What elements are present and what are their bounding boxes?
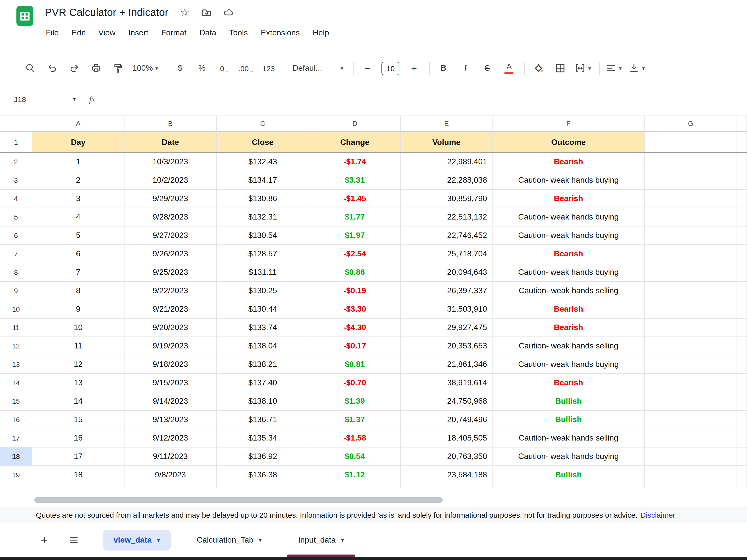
increase-decimal-button[interactable]: .00 (238, 60, 254, 77)
header-cell-empty[interactable] (737, 132, 747, 153)
column-header-E[interactable]: E (401, 115, 492, 132)
menu-file[interactable]: File (46, 28, 59, 37)
cell-outcome[interactable]: Caution- weak hands buying (492, 448, 645, 466)
cell-date[interactable]: 9/13/2023 (125, 411, 216, 429)
print-button[interactable] (88, 60, 104, 77)
row-header-11[interactable]: 11 (0, 319, 32, 337)
cell-date[interactable]: 10/3/2023 (125, 153, 216, 171)
cell-outcome[interactable]: Bullish (492, 411, 645, 429)
vertical-align-button[interactable] (629, 60, 645, 77)
add-sheet-button[interactable] (38, 534, 51, 546)
cell-date[interactable]: 9/26/2023 (125, 245, 216, 263)
row-header-partial[interactable] (0, 484, 32, 488)
cell-outcome[interactable]: Bullish (492, 466, 645, 484)
cell-close[interactable]: $134.17 (216, 171, 309, 190)
cell-close[interactable]: $130.54 (216, 226, 309, 245)
cell-change[interactable]: $0.81 (309, 355, 401, 374)
row-header-10[interactable]: 10 (0, 300, 32, 319)
cell-outcome[interactable]: Bearish (492, 319, 645, 337)
cell-empty[interactable] (737, 208, 747, 226)
cell-outcome[interactable]: Bullish (492, 392, 645, 411)
move-to-folder-icon[interactable] (201, 7, 212, 18)
cell-empty[interactable] (737, 319, 747, 337)
tab-Calculation_Tab[interactable]: Calculation_Tab (186, 530, 273, 551)
header-cell-date[interactable]: Date (125, 132, 216, 153)
cell-close[interactable]: $136.92 (216, 448, 309, 466)
cell-date[interactable]: 9/19/2023 (125, 337, 216, 355)
horizontal-scrollbar[interactable] (33, 497, 747, 503)
cell-day[interactable]: 6 (32, 245, 125, 263)
bold-button[interactable]: B (436, 60, 451, 77)
row-header-1[interactable]: 1 (0, 132, 32, 153)
cell-close[interactable]: $136.38 (216, 466, 309, 484)
header-cell-close[interactable]: Close (216, 132, 309, 153)
cell-close[interactable]: $137.40 (216, 374, 309, 392)
cell-close[interactable]: $132.43 (216, 153, 309, 171)
cell-volume[interactable]: 18,405,505 (401, 429, 492, 448)
merge-cells-button[interactable] (575, 60, 591, 77)
fill-color-button[interactable] (531, 60, 546, 77)
menu-data[interactable]: Data (200, 28, 216, 37)
paint-format-button[interactable] (110, 60, 126, 77)
cell-change[interactable]: -$3.30 (309, 300, 401, 319)
column-header-C[interactable]: C (216, 115, 309, 132)
cell-empty[interactable] (737, 484, 747, 488)
cell-change[interactable]: $1.12 (309, 466, 401, 484)
cell-volume[interactable]: 20,763,350 (401, 448, 492, 466)
cell-empty[interactable] (737, 337, 747, 355)
cell-empty[interactable] (645, 171, 737, 190)
row-header-9[interactable]: 9 (0, 282, 32, 300)
document-title[interactable]: PVR Calculator + Indicator (45, 6, 168, 19)
cell-day[interactable]: 4 (32, 208, 125, 226)
cell-date[interactable]: 9/18/2023 (125, 355, 216, 374)
cell-empty[interactable] (645, 282, 737, 300)
header-cell-volume[interactable]: Volume (401, 132, 492, 153)
cell-close[interactable]: $130.44 (216, 300, 309, 319)
cell-close[interactable]: $133.74 (216, 319, 309, 337)
cell-empty[interactable] (32, 484, 125, 488)
cell-close[interactable]: $132.31 (216, 208, 309, 226)
cell-volume[interactable]: 22,989,401 (401, 153, 492, 171)
cell-change[interactable]: -$0.19 (309, 282, 401, 300)
search-button[interactable] (23, 60, 38, 77)
menu-tools[interactable]: Tools (229, 28, 248, 37)
cell-change[interactable]: $1.37 (309, 411, 401, 429)
cell-volume[interactable]: 23,584,188 (401, 466, 492, 484)
cell-date[interactable]: 9/20/2023 (125, 319, 216, 337)
column-header-D[interactable]: D (309, 115, 401, 132)
cell-day[interactable]: 11 (32, 337, 125, 355)
cell-change[interactable]: $1.77 (309, 208, 401, 226)
chevron-down-icon[interactable] (157, 537, 160, 543)
cell-empty[interactable] (737, 411, 747, 429)
cell-close[interactable]: $130.86 (216, 190, 309, 208)
cell-change[interactable]: -$2.54 (309, 245, 401, 263)
italic-button[interactable]: I (458, 60, 473, 77)
cell-outcome[interactable]: Bearish (492, 190, 645, 208)
cell-empty[interactable] (737, 448, 747, 466)
cloud-status-icon[interactable] (223, 7, 234, 18)
row-header-6[interactable]: 6 (0, 226, 32, 245)
cell-outcome[interactable]: Caution- weak hands selling (492, 337, 645, 355)
cell-day[interactable]: 15 (32, 411, 125, 429)
chevron-down-icon[interactable] (259, 537, 262, 543)
font-family-select[interactable]: Defaul... (290, 60, 345, 77)
row-header-15[interactable]: 15 (0, 392, 32, 411)
cell-empty[interactable] (645, 411, 737, 429)
cell-empty[interactable] (737, 153, 747, 171)
cell-close[interactable]: $135.34 (216, 429, 309, 448)
cell-outcome[interactable]: Caution- weak hands buying (492, 263, 645, 282)
cell-volume[interactable]: 20,353,653 (401, 337, 492, 355)
header-cell-outcome[interactable]: Outcome (492, 132, 645, 153)
cell-empty[interactable] (125, 484, 216, 488)
cell-volume[interactable]: 30,859,790 (401, 190, 492, 208)
cell-outcome[interactable]: Caution- weak hands buying (492, 208, 645, 226)
cell-empty[interactable] (737, 190, 747, 208)
row-header-3[interactable]: 3 (0, 171, 32, 190)
scrollbar-thumb[interactable] (34, 497, 443, 503)
cell-day[interactable]: 7 (32, 263, 125, 282)
header-cell-change[interactable]: Change (309, 132, 401, 153)
cell-empty[interactable] (216, 484, 309, 488)
cell-day[interactable]: 17 (32, 448, 125, 466)
number-format-button[interactable]: 123 (261, 60, 276, 77)
cell-empty[interactable] (645, 319, 737, 337)
